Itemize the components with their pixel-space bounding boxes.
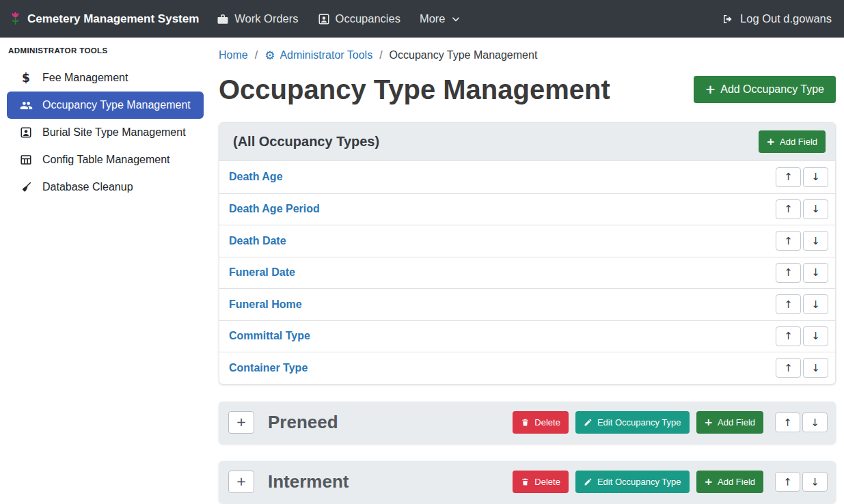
move-down-button[interactable]: ↓ xyxy=(803,231,828,251)
field-link-committal-type[interactable]: Committal Type xyxy=(229,330,310,342)
edit-occupancy-type-button[interactable]: Edit Occupancy Type xyxy=(575,411,690,434)
sidebar-heading: Administrator Tools xyxy=(0,46,205,55)
broom-icon xyxy=(18,181,34,193)
occupancy-type-section-preneed: + Preneed Delete Edit Occupancy Type xyxy=(219,402,836,444)
trash-icon xyxy=(521,477,530,486)
field-row: Funeral Home ↑ ↓ xyxy=(219,288,835,320)
section-controls: Delete Edit Occupancy Type + Add Field ↑… xyxy=(513,411,828,434)
all-occupancy-types-header: (All Occupancy Types) + Add Field xyxy=(219,123,835,161)
occupancy-type-section-interment: + Interment Delete Edit Occupancy Type xyxy=(219,461,836,503)
move-up-button[interactable]: ↑ xyxy=(776,199,801,219)
sidebar: Administrator Tools $ Fee Management Occ… xyxy=(0,38,205,504)
breadcrumb-separator: / xyxy=(379,47,382,64)
sidebar-item-config-table-management[interactable]: Config Table Management xyxy=(7,146,204,173)
field-row: Committal Type ↑ ↓ xyxy=(219,320,835,352)
nav-occupancies-label: Occupancies xyxy=(336,12,400,25)
move-down-button[interactable]: ↓ xyxy=(803,263,828,283)
edit-occupancy-type-button[interactable]: Edit Occupancy Type xyxy=(575,471,690,493)
reorder-controls: ↑ ↓ xyxy=(776,326,828,346)
app-brand[interactable]: Cemetery Management System xyxy=(10,10,199,28)
nav-more[interactable]: More xyxy=(420,12,461,25)
portrait-icon xyxy=(318,13,330,25)
reorder-controls: ↑ ↓ xyxy=(776,167,828,187)
pencil-icon xyxy=(584,418,593,427)
move-down-button[interactable]: ↓ xyxy=(803,167,828,187)
breadcrumb-admin-tools-label: Administrator Tools xyxy=(280,47,372,64)
breadcrumb-admin-tools[interactable]: ⚙ Administrator Tools xyxy=(264,47,372,64)
chevron-down-icon xyxy=(451,14,461,24)
move-up-button[interactable]: ↑ xyxy=(776,294,801,314)
field-link-funeral-date[interactable]: Funeral Date xyxy=(229,266,295,279)
move-up-button[interactable]: ↑ xyxy=(776,326,801,346)
add-occupancy-type-label: Add Occupancy Type xyxy=(720,83,824,96)
expand-button[interactable]: + xyxy=(228,411,254,434)
add-field-button[interactable]: + Add Field xyxy=(696,411,763,434)
gear-icon: ⚙ xyxy=(264,50,275,61)
move-down-button[interactable]: ↓ xyxy=(803,199,828,219)
plus-icon: + xyxy=(705,477,713,487)
field-link-funeral-home[interactable]: Funeral Home xyxy=(229,298,302,311)
add-field-label: Add Field xyxy=(718,417,755,428)
sidebar-item-database-cleanup[interactable]: Database Cleanup xyxy=(7,173,204,201)
field-row: Death Date ↑ ↓ xyxy=(219,225,835,257)
page-header: Occupancy Type Management + Add Occupanc… xyxy=(219,73,836,106)
main-content: Home / ⚙ Administrator Tools / Occupancy… xyxy=(205,38,844,503)
sidebar-item-fee-management[interactable]: $ Fee Management xyxy=(7,64,204,92)
add-field-label: Add Field xyxy=(780,137,817,147)
field-link-death-age-period[interactable]: Death Age Period xyxy=(229,203,320,215)
move-up-button[interactable]: ↑ xyxy=(776,263,801,283)
section-controls: Delete Edit Occupancy Type + Add Field ↑… xyxy=(513,471,828,493)
sidebar-item-label: Database Cleanup xyxy=(42,181,133,193)
move-down-button[interactable]: ↓ xyxy=(803,294,828,314)
add-field-label: Add Field xyxy=(718,477,755,487)
logout-icon xyxy=(722,13,734,25)
page-title: Occupancy Type Management xyxy=(219,73,610,106)
add-field-button[interactable]: + Add Field xyxy=(696,471,763,493)
field-link-death-date[interactable]: Death Date xyxy=(229,235,286,247)
delete-label: Delete xyxy=(534,417,560,428)
breadcrumb: Home / ⚙ Administrator Tools / Occupancy… xyxy=(219,47,836,64)
plus-icon: + xyxy=(705,83,716,96)
breadcrumb-home[interactable]: Home xyxy=(219,47,248,64)
expand-button[interactable]: + xyxy=(228,471,254,493)
section-title: Preneed xyxy=(268,412,338,433)
field-link-death-age[interactable]: Death Age xyxy=(229,171,283,183)
sidebar-item-occupancy-type-management[interactable]: Occupancy Type Management xyxy=(7,92,204,119)
move-up-button[interactable]: ↑ xyxy=(775,412,800,432)
sidebar-item-burial-site-type-management[interactable]: Burial Site Type Management xyxy=(7,119,204,146)
field-link-container-type[interactable]: Container Type xyxy=(229,362,308,374)
field-row: Death Age ↑ ↓ xyxy=(219,161,835,193)
breadcrumb-current: Occupancy Type Management xyxy=(390,47,538,64)
nav-work-orders[interactable]: Work Orders xyxy=(217,12,298,25)
move-down-button[interactable]: ↓ xyxy=(802,412,828,432)
table-icon xyxy=(18,154,34,166)
reorder-controls: ↑ ↓ xyxy=(775,472,828,492)
delete-button[interactable]: Delete xyxy=(513,411,569,434)
move-up-button[interactable]: ↑ xyxy=(775,472,800,492)
delete-label: Delete xyxy=(534,477,560,487)
app-title: Cemetery Management System xyxy=(27,12,199,26)
move-down-button[interactable]: ↓ xyxy=(803,358,828,378)
add-occupancy-type-button[interactable]: + Add Occupancy Type xyxy=(694,76,836,103)
pencil-icon xyxy=(584,477,593,486)
top-navbar: Cemetery Management System Work Orders O… xyxy=(0,0,844,38)
sidebar-item-label: Config Table Management xyxy=(42,154,170,166)
logout-link[interactable]: Log Out d.gowans xyxy=(722,12,832,25)
section-title: Interment xyxy=(268,471,349,492)
move-down-button[interactable]: ↓ xyxy=(802,472,828,492)
add-field-button[interactable]: + Add Field xyxy=(759,130,826,153)
move-up-button[interactable]: ↑ xyxy=(776,231,801,251)
burial-site-icon xyxy=(18,126,34,139)
trash-icon xyxy=(521,418,530,427)
move-up-button[interactable]: ↑ xyxy=(776,167,801,187)
reorder-controls: ↑ ↓ xyxy=(775,412,828,432)
plus-icon: + xyxy=(705,417,713,428)
move-down-button[interactable]: ↓ xyxy=(803,326,828,346)
delete-button[interactable]: Delete xyxy=(513,471,569,493)
field-row: Container Type ↑ ↓ xyxy=(219,352,835,384)
all-occupancy-types-card: (All Occupancy Types) + Add Field Death … xyxy=(219,122,836,384)
nav-work-orders-label: Work Orders xyxy=(234,12,298,25)
breadcrumb-separator: / xyxy=(255,47,258,64)
move-up-button[interactable]: ↑ xyxy=(776,358,801,378)
nav-occupancies[interactable]: Occupancies xyxy=(318,12,400,25)
